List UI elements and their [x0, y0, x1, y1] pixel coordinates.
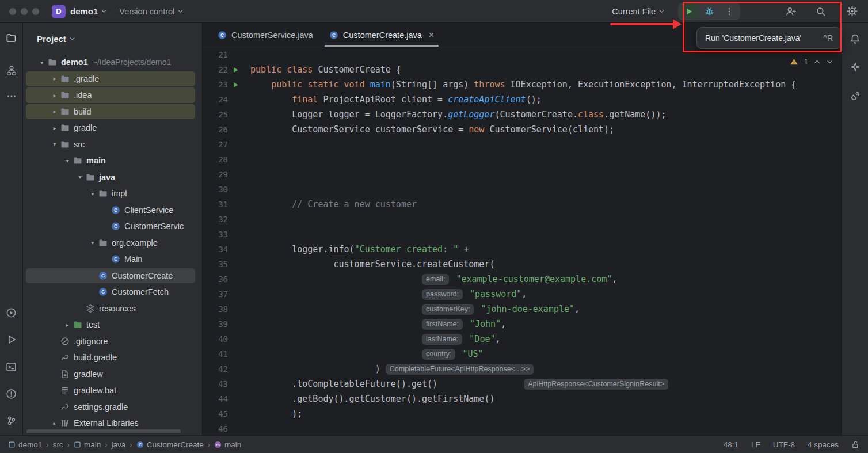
zoom-window-button[interactable] — [32, 8, 39, 15]
code-line-33[interactable]: 33 — [203, 227, 842, 242]
minimize-window-button[interactable] — [21, 8, 28, 15]
line-number[interactable]: 23 — [203, 80, 228, 89]
previous-issue-button[interactable] — [813, 58, 821, 66]
plugins-button[interactable] — [848, 89, 863, 104]
tree-item-gradlew-bat[interactable]: gradlew.bat — [23, 382, 202, 399]
line-number[interactable]: 39 — [203, 319, 228, 329]
code-line-36[interactable]: 36 email: "example-customer@example.com"… — [203, 272, 842, 287]
close-window-button[interactable] — [9, 8, 16, 15]
editor-tab-customercreate-java[interactable]: CCustomerCreate.java× — [321, 23, 442, 47]
tree-item-test[interactable]: ▸test — [23, 317, 202, 333]
tree-item-clientservice[interactable]: CClientService — [23, 202, 202, 219]
caret-position[interactable]: 48:1 — [724, 440, 738, 449]
code-line-25[interactable]: 25 Logger logger = LoggerFactory.getLogg… — [203, 107, 842, 122]
chevron-expanded-icon[interactable]: ▾ — [75, 174, 85, 180]
code-line-43[interactable]: 43 .toCompletableFuture().get()ApiHttpRe… — [203, 376, 842, 391]
breadcrumb-item[interactable]: demo1 — [8, 440, 42, 449]
line-number[interactable]: 27 — [203, 140, 228, 149]
tree-item-gradle[interactable]: ▸gradle — [23, 120, 202, 136]
line-number[interactable]: 46 — [203, 424, 228, 433]
version-control-tool-button[interactable] — [4, 413, 19, 428]
breadcrumb-item[interactable]: main — [74, 440, 101, 449]
code-line-26[interactable]: 26 CustomerService customerService = new… — [203, 122, 842, 137]
chevron-collapsed-icon[interactable]: ▸ — [50, 92, 60, 98]
vcs-widget[interactable]: Version control — [108, 7, 184, 16]
tree-item-gradlew[interactable]: gradlew — [23, 366, 202, 383]
code-line-22[interactable]: 22public class CustomerCreate { — [203, 62, 842, 77]
project-panel-header[interactable]: Project — [23, 23, 202, 54]
chevron-collapsed-icon[interactable]: ▸ — [50, 420, 60, 427]
chevron-collapsed-icon[interactable]: ▸ — [50, 108, 60, 115]
notifications-button[interactable] — [848, 31, 863, 46]
tree-item-java[interactable]: ▾java — [23, 169, 202, 186]
tree-item-main[interactable]: ▾main — [23, 153, 202, 169]
search-everywhere-button[interactable] — [812, 4, 830, 19]
line-number[interactable]: 34 — [203, 245, 228, 254]
code-line-31[interactable]: 31 // Create a new customer — [203, 197, 842, 212]
code-line-34[interactable]: 34 logger.info("Customer created: " + — [203, 242, 842, 257]
inspections-widget[interactable]: 1 — [790, 58, 833, 66]
ai-assistant-button[interactable] — [848, 60, 863, 75]
line-number[interactable]: 35 — [203, 260, 228, 269]
project-selector[interactable]: demo1 — [70, 6, 108, 16]
line-number[interactable]: 32 — [203, 215, 228, 224]
structure-tool-button[interactable] — [4, 63, 19, 78]
terminal-tool-button[interactable] — [4, 359, 19, 374]
tree-item-resources[interactable]: resources — [23, 300, 202, 317]
code-line-45[interactable]: 45 ); — [203, 406, 842, 421]
line-number[interactable]: 38 — [203, 304, 228, 314]
line-number[interactable]: 30 — [203, 185, 228, 194]
chevron-collapsed-icon[interactable]: ▸ — [62, 322, 73, 328]
tree-item--gradle[interactable]: ▸.gradle — [23, 71, 202, 87]
run-configuration-selector[interactable]: Current File — [612, 7, 665, 16]
run-gutter-button[interactable] — [228, 81, 243, 89]
tree-item-main[interactable]: CMain — [23, 251, 202, 268]
tree-item--gitignore[interactable]: .gitignore — [23, 333, 202, 350]
code-line-37[interactable]: 37 password: "password", — [203, 287, 842, 302]
code-line-38[interactable]: 38 customerKey: "john-doe-example", — [203, 302, 842, 317]
tree-item-build[interactable]: ▸build — [23, 104, 202, 120]
problems-tool-button[interactable] — [4, 386, 19, 401]
run-gutter-button[interactable] — [228, 66, 243, 74]
tree-item-impl[interactable]: ▾impl — [23, 185, 202, 202]
next-issue-button[interactable] — [826, 58, 833, 66]
line-number[interactable]: 31 — [203, 200, 228, 209]
chevron-expanded-icon[interactable]: ▾ — [50, 141, 60, 147]
run-button[interactable] — [680, 4, 698, 19]
code-line-30[interactable]: 30 — [203, 182, 842, 197]
tree-item-org-example[interactable]: ▾org.example — [23, 235, 202, 252]
line-number[interactable]: 22 — [203, 65, 228, 74]
line-number[interactable]: 45 — [203, 409, 228, 418]
more-tool-windows-button[interactable] — [4, 89, 19, 104]
code-line-39[interactable]: 39 firstName: "John", — [203, 317, 842, 332]
file-encoding[interactable]: UTF-8 — [773, 440, 795, 449]
line-number[interactable]: 28 — [203, 155, 228, 164]
line-number[interactable]: 25 — [203, 110, 228, 119]
tree-item-customercreate[interactable]: CCustomerCreate — [23, 268, 202, 284]
line-number[interactable]: 29 — [203, 170, 228, 179]
chevron-expanded-icon[interactable]: ▾ — [87, 239, 98, 246]
line-number[interactable]: 40 — [203, 334, 228, 344]
code-line-35[interactable]: 35 customerService.createCustomer( — [203, 257, 842, 272]
tree-item-build-gradle[interactable]: build.gradle — [23, 349, 202, 366]
code-line-32[interactable]: 32 — [203, 212, 842, 227]
tree-item-demo1[interactable]: ▾demo1~/IdeaProjects/demo1 — [23, 54, 202, 71]
line-number[interactable]: 41 — [203, 349, 228, 359]
line-number[interactable]: 24 — [203, 95, 228, 104]
line-separator[interactable]: LF — [751, 440, 760, 449]
line-number[interactable]: 37 — [203, 290, 228, 299]
indent-style[interactable]: 4 spaces — [808, 440, 839, 449]
breadcrumb-item[interactable]: CCustomerCreate — [136, 440, 204, 449]
code-line-27[interactable]: 27 — [203, 137, 842, 152]
code-line-29[interactable]: 29 — [203, 167, 842, 182]
chevron-collapsed-icon[interactable]: ▸ — [50, 75, 60, 82]
tree-item-src[interactable]: ▾src — [23, 136, 202, 153]
code-line-24[interactable]: 24 final ProjectApiRoot client = createA… — [203, 92, 842, 107]
tree-item-customerservic[interactable]: CCustomerServic — [23, 218, 202, 235]
tree-item-customerfetch[interactable]: CCustomerFetch — [23, 284, 202, 300]
breadcrumb-item[interactable]: src — [53, 440, 63, 449]
line-number[interactable]: 43 — [203, 379, 228, 389]
line-number[interactable]: 42 — [203, 364, 228, 374]
code-editor[interactable]: 2122public class CustomerCreate {23 publ… — [203, 47, 842, 435]
line-number[interactable]: 36 — [203, 275, 228, 284]
